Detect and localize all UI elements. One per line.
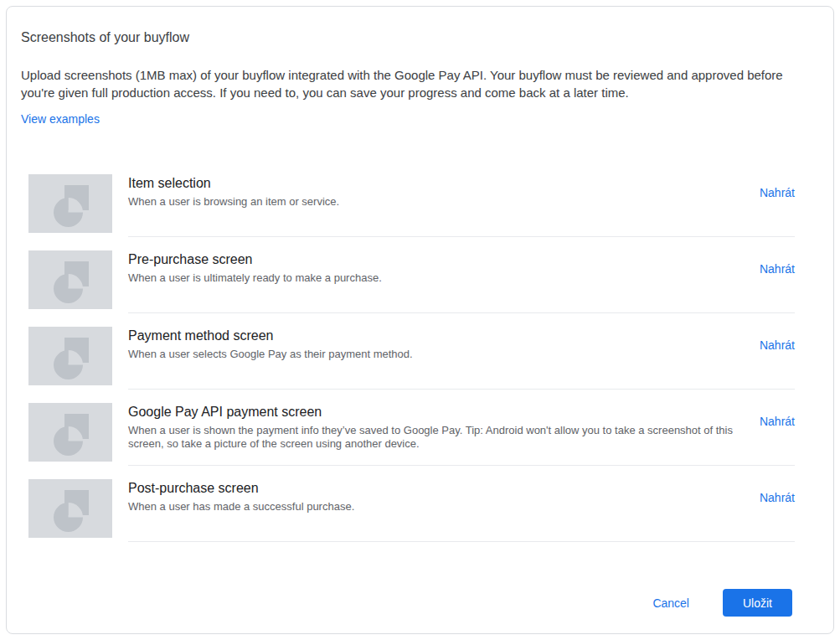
divider [128,541,795,542]
image-placeholder-icon [28,250,112,309]
screenshot-row-title: Item selection [128,175,734,191]
screenshot-row-gpay-api-payment: Google Pay API payment screen When a use… [28,403,795,462]
image-placeholder-icon [28,403,112,462]
upload-link[interactable]: Nahrát [760,262,795,276]
screenshot-row-post-purchase: Post-purchase screen When a user has mad… [28,479,795,538]
image-placeholder-icon [28,174,112,233]
divider [128,465,795,466]
screenshot-row-description: When a user selects Google Pay as their … [128,348,734,361]
upload-link[interactable]: Nahrát [760,186,795,200]
screenshot-row-description: When a user has made a successful purcha… [128,500,734,514]
dialog-footer: Cancel Uložit [21,589,795,617]
upload-link[interactable]: Nahrát [760,415,795,429]
upload-link[interactable]: Nahrát [760,491,795,505]
divider [128,312,795,313]
page-title: Screenshots of your buyflow [21,29,795,45]
image-placeholder-icon [28,327,112,385]
screenshot-row-description: When a user is ultimately ready to make … [128,271,734,285]
screenshot-row-payment-method: Payment method screen When a user select… [28,327,795,385]
buyflow-screenshots-dialog: Screenshots of your buyflow Upload scree… [6,6,834,634]
screenshot-row-description: When a user is browsing an item or servi… [128,195,734,209]
divider [128,236,795,237]
screenshot-list: Item selection When a user is browsing a… [21,174,795,542]
image-placeholder-icon [28,479,112,538]
divider [128,389,795,390]
screenshot-row-title: Google Pay API payment screen [128,404,734,420]
screenshot-row-item-selection: Item selection When a user is browsing a… [28,174,795,233]
view-examples-link[interactable]: View examples [21,112,100,126]
screenshot-row-pre-purchase: Pre-purchase screen When a user is ultim… [28,250,795,309]
screenshot-row-title: Post-purchase screen [128,480,734,496]
screenshot-row-description: When a user is shown the payment info th… [128,424,734,451]
dialog-description: Upload screenshots (1MB max) of your buy… [21,66,795,101]
cancel-button[interactable]: Cancel [636,590,706,617]
upload-link[interactable]: Nahrát [760,338,795,353]
screenshot-row-title: Pre-purchase screen [128,251,734,267]
save-button[interactable]: Uložit [723,589,792,617]
screenshot-row-title: Payment method screen [128,328,734,343]
